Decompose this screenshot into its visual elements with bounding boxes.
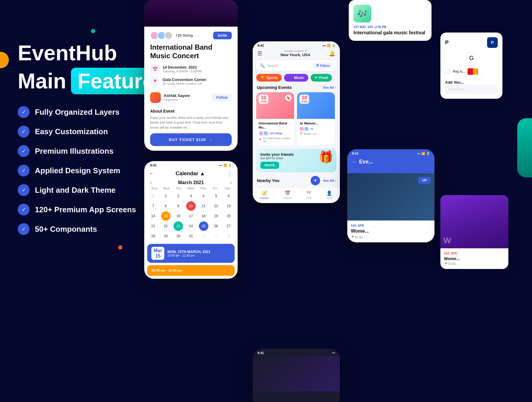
cal-date[interactable]: 30 bbox=[173, 231, 183, 241]
cal-date[interactable]: 9 bbox=[173, 201, 183, 211]
cal-month: March 2021 bbox=[178, 180, 204, 185]
google-logo: G bbox=[466, 53, 477, 63]
cal-date[interactable]: 18 bbox=[199, 211, 208, 221]
cal-date[interactable]: 20 bbox=[224, 211, 233, 221]
cal-date[interactable]: 2 bbox=[211, 231, 221, 241]
upcoming-title: Upcoming Events bbox=[257, 85, 292, 90]
cal-date[interactable]: 24 bbox=[186, 221, 196, 231]
att-avatar-3 bbox=[299, 127, 304, 131]
buy-ticket-button[interactable]: BUY TICKET $120 → bbox=[150, 133, 232, 146]
event-card-right: 🎶 1ST MAY- SAT -2:00 PM International ga… bbox=[349, 0, 432, 41]
nav-explore[interactable]: 🧭 Explore bbox=[260, 190, 269, 200]
pill-music[interactable]: 🎵 Music bbox=[284, 74, 308, 82]
going-count: +20 Going bbox=[176, 33, 193, 38]
cal-date[interactable]: 3 bbox=[224, 231, 233, 241]
cal-date[interactable]: 28 bbox=[148, 231, 158, 241]
paypal-logo: P bbox=[487, 37, 498, 48]
cal-date[interactable]: 4 bbox=[199, 191, 208, 201]
cal-date[interactable]: 27 bbox=[224, 221, 233, 231]
cal-date[interactable]: 7 bbox=[148, 201, 158, 211]
pill-sports[interactable]: 🏆 Sports bbox=[256, 74, 282, 82]
invite-action-button[interactable]: INVITE bbox=[260, 162, 279, 169]
cal-date[interactable]: 3 bbox=[186, 191, 196, 201]
see-all-upcoming[interactable]: See All › bbox=[323, 86, 336, 89]
payment-panel-header: P bbox=[445, 40, 449, 46]
woman-location: 📍 53 Bu... bbox=[444, 262, 505, 265]
cal-date[interactable]: 13 bbox=[224, 201, 233, 211]
event-attendees-2: +2 bbox=[299, 127, 332, 131]
cal-date[interactable]: 16 bbox=[173, 211, 183, 221]
nav-map[interactable]: 🗺 Map bbox=[306, 190, 312, 200]
events-label: Events bbox=[284, 197, 292, 200]
nearby-section-header: Nearby You + See All › bbox=[253, 176, 340, 188]
event-card-body-2: Jo Malone... +2 📍 Radius Ga... bbox=[297, 119, 335, 138]
cal-back-arrow[interactable]: ← bbox=[149, 171, 154, 176]
invite-button[interactable]: Invite bbox=[213, 32, 232, 39]
feature-item-6: ✓ 120+ Premium App Screens bbox=[18, 204, 145, 215]
event-venue-info: Gala Convention Center 36 Guild Street L… bbox=[163, 77, 206, 85]
filters-button[interactable]: ⚙ Filters bbox=[313, 62, 333, 69]
feature-text-6: 120+ Premium App Screens bbox=[35, 205, 136, 214]
cal-date[interactable]: 19 bbox=[211, 211, 221, 221]
google-pay-option[interactable]: G bbox=[445, 50, 498, 66]
follow-button[interactable]: Follow bbox=[212, 94, 232, 101]
cal-date[interactable]: 2 bbox=[173, 191, 183, 201]
mastercard-logo bbox=[468, 68, 478, 75]
cal-date[interactable]: 5 bbox=[211, 191, 221, 201]
nav-inbox[interactable]: 👤 Inbox bbox=[326, 190, 332, 200]
pay-radio-option[interactable]: Pay b... bbox=[445, 66, 498, 77]
cal-date[interactable]: 21 bbox=[148, 221, 158, 231]
cal-date[interactable]: 31 bbox=[186, 231, 196, 241]
phone-app-2: 9:41 ▪▪▪ 📶 🔋 ← Eve... UP SAT, APR Wome..… bbox=[347, 149, 434, 242]
hamburger-icon[interactable]: ☰ bbox=[257, 50, 262, 57]
cal-date[interactable]: 29 bbox=[161, 231, 171, 241]
battery-icon: 🔋 bbox=[332, 44, 335, 47]
event-right-date: 1ST MAY- SAT -2:00 PM bbox=[353, 25, 427, 29]
att-avatar-4 bbox=[304, 127, 309, 131]
invite-illustration: 🎁 bbox=[319, 150, 333, 164]
cal-date[interactable]: 14 bbox=[148, 211, 158, 221]
cal-prev-arrow[interactable]: ‹ bbox=[150, 180, 152, 185]
feature-text-3: Premium Illustrations bbox=[35, 147, 113, 156]
cal-date[interactable]: 17 bbox=[186, 211, 196, 221]
check-icon-4: ✓ bbox=[18, 165, 30, 176]
feature-item-7: ✓ 50+ Componants bbox=[18, 223, 145, 235]
cal-more-button[interactable]: ⋮ bbox=[227, 170, 233, 177]
pill-food[interactable]: ✂ Food bbox=[311, 74, 332, 82]
nearby-plus-button[interactable]: + bbox=[311, 176, 320, 185]
app2-event-image: UP bbox=[347, 173, 434, 221]
search-icon: 🔍 bbox=[260, 63, 265, 68]
phone-event-detail: +20 Going Invite International Band Musi… bbox=[144, 0, 238, 151]
see-all-nearby[interactable]: See All › bbox=[323, 179, 336, 182]
cal-date-selected[interactable]: 15 bbox=[161, 211, 171, 221]
event-card-1[interactable]: 10 JUNE 🔖 International Band Mu... +20 G… bbox=[256, 92, 294, 145]
cal-date[interactable]: 26 bbox=[211, 221, 221, 231]
cal-date[interactable]: 8 bbox=[161, 201, 171, 211]
location-name: New Yourk, USA bbox=[280, 53, 310, 57]
app2-up-button[interactable]: UP bbox=[418, 177, 431, 184]
feature-text-7: 50+ Componants bbox=[35, 225, 97, 234]
bell-icon[interactable]: 🔔 bbox=[329, 50, 335, 57]
event-date-badge-2: 10 JUNE bbox=[299, 95, 309, 104]
sports-icon: 🏆 bbox=[260, 76, 265, 80]
cal-date[interactable]: 1 bbox=[161, 191, 171, 201]
event-card-2[interactable]: 10 JUNE Jo Malone... +2 📍 Radius Ga... bbox=[297, 92, 335, 145]
cal-date[interactable]: 12 bbox=[211, 201, 221, 211]
arrow-icon: → bbox=[209, 137, 213, 142]
cal-date[interactable]: 11 bbox=[199, 201, 208, 211]
nav-events[interactable]: 📅 Events bbox=[284, 190, 292, 200]
cal-date[interactable]: 6 bbox=[224, 191, 233, 201]
event-card-title-1: International Band Mu... bbox=[259, 121, 292, 130]
cal-date[interactable]: 1 bbox=[199, 231, 208, 241]
wifi-icon: 📶 bbox=[223, 164, 227, 167]
app2-back-button[interactable]: ← bbox=[352, 159, 357, 165]
cal-date-blue[interactable]: 25 bbox=[199, 221, 208, 231]
cal-date[interactable]: 31 bbox=[148, 191, 158, 201]
cal-date[interactable]: 22 bbox=[161, 221, 171, 231]
phone-app-main: 9:41 ▪▪▪ 📶 🔋 ☰ Current Location ▼ New Yo… bbox=[253, 41, 340, 203]
cal-next-arrow[interactable]: › bbox=[230, 180, 232, 185]
cal-date-green[interactable]: 23 bbox=[173, 221, 183, 231]
voucher-input[interactable]: VOUCHE... bbox=[445, 85, 498, 94]
search-bar[interactable]: 🔍 Search... ⚙ Filters bbox=[256, 60, 336, 71]
cal-date-today[interactable]: 10 bbox=[186, 201, 196, 211]
